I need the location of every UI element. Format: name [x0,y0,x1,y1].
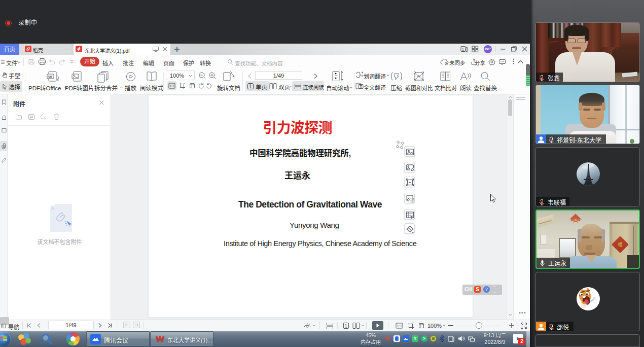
svg-text:1:1: 1:1 [397,324,402,328]
svg-text:译: 译 [410,198,415,203]
svg-text:W: W [48,75,52,79]
svg-text:1:1: 1:1 [170,84,174,88]
svg-text:1: 1 [462,48,464,51]
